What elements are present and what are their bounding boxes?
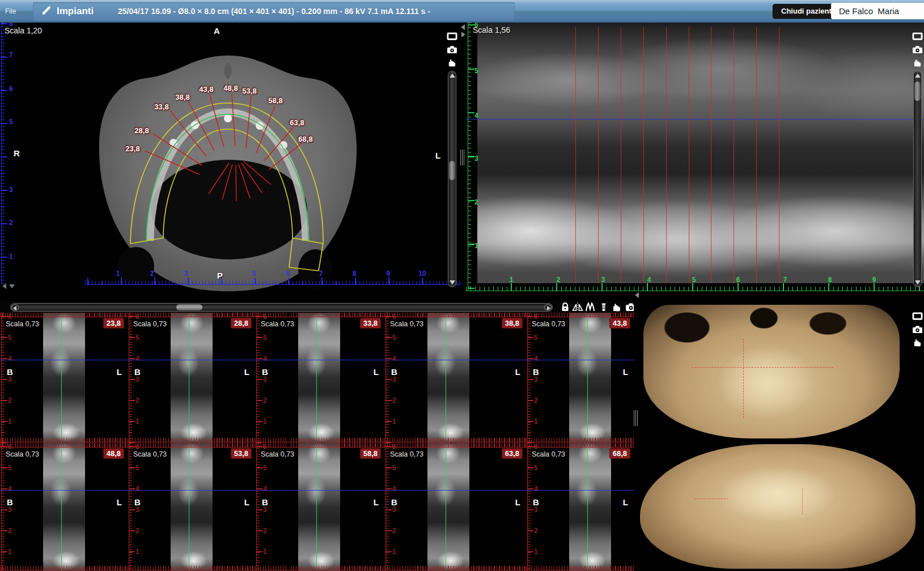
- ruler-number: 2: [263, 527, 267, 535]
- section-ct-image: [43, 313, 85, 443]
- pan-hand-icon[interactable]: [912, 338, 923, 347]
- mandible-3d-render[interactable]: [640, 444, 915, 569]
- ruler-number: 5: [135, 464, 139, 472]
- scrollbar-thumb[interactable]: [914, 82, 921, 101]
- ruler-number: 3: [184, 270, 188, 278]
- section-top-ruler: [255, 443, 384, 448]
- fullscreen-icon[interactable]: [912, 312, 923, 321]
- ruler-number: 3: [392, 376, 396, 383]
- axial-vertical-scrollbar[interactable]: [448, 71, 456, 287]
- scroll-down-icon[interactable]: [450, 280, 455, 284]
- section-vertical-ruler: 654321: [527, 313, 542, 443]
- ruler-number: 4: [8, 485, 12, 493]
- panoramic-section-line[interactable]: [689, 27, 689, 283]
- pan-hand-icon[interactable]: [912, 58, 923, 67]
- volume-3d-view[interactable]: [638, 301, 924, 571]
- sections-horizontal-scrollbar[interactable]: [10, 303, 553, 312]
- snapshot-icon[interactable]: [912, 325, 923, 334]
- panoramic-section-line[interactable]: [598, 27, 599, 283]
- ruler-number: 5: [474, 67, 478, 75]
- scroll-right-button[interactable]: [544, 304, 552, 310]
- section-bottom-ruler: [526, 438, 634, 442]
- section-scale-label: Scala 0,73: [532, 450, 565, 458]
- pan-hand-icon[interactable]: [447, 58, 457, 67]
- panoramic-section-line[interactable]: [621, 27, 621, 283]
- section-ct-image: [569, 443, 611, 571]
- splitter-collapse-left-icon[interactable]: [461, 24, 465, 30]
- ruler-number: 2: [392, 527, 396, 535]
- section-cell[interactable]: 654321Scala 0,7343,8BL: [526, 313, 634, 443]
- splitter-collapse-left-icon[interactable]: [635, 292, 639, 298]
- mirror-icon[interactable]: [572, 302, 583, 312]
- page-title: Impianti: [57, 6, 94, 17]
- section-cell[interactable]: 654321Scala 0,7358,8BL: [255, 443, 384, 571]
- panoramic-crosshair-line[interactable]: [466, 119, 924, 120]
- scroll-down-icon[interactable]: [915, 280, 921, 284]
- section-bottom-ruler: [255, 566, 384, 570]
- fullscreen-icon[interactable]: [912, 32, 923, 41]
- section-position-badge: 53,8: [231, 448, 252, 459]
- section-cell[interactable]: 654321Scala 0,7353,8BL: [128, 443, 255, 571]
- ruler-number: 5: [8, 334, 12, 342]
- pan-hand-icon[interactable]: [611, 302, 622, 312]
- orientation-buccal: B: [533, 497, 539, 507]
- file-menu[interactable]: File: [5, 7, 16, 15]
- section-cell[interactable]: 654321Scala 0,7338,8BL: [384, 313, 526, 443]
- snapshot-icon[interactable]: [447, 45, 457, 54]
- panoramic-vertical-scrollbar[interactable]: [913, 71, 922, 287]
- scrollbar-thumb[interactable]: [449, 161, 455, 180]
- panoramic-section-line[interactable]: [734, 27, 734, 283]
- section-position-badge: 33,8: [360, 318, 381, 329]
- section-cell[interactable]: 654321Scala 0,7323,8BL: [0, 313, 128, 443]
- panoramic-section-line[interactable]: [575, 27, 576, 283]
- axial-view[interactable]: 23,828,833,838,843,848,853,858,863,868,8…: [0, 23, 460, 301]
- section-vertical-ruler: 654321: [129, 313, 143, 443]
- fullscreen-icon[interactable]: [447, 32, 457, 41]
- ruler-number: 4: [263, 355, 267, 363]
- splitter-expand-right-icon[interactable]: [461, 32, 465, 37]
- panoramic-section-line[interactable]: [643, 27, 644, 283]
- orientation-lingual: L: [117, 367, 122, 377]
- nerve-tool-icon[interactable]: [584, 302, 596, 312]
- section-ct-image: [171, 313, 213, 443]
- panoramic-horizontal-ruler: 123456789: [466, 283, 924, 291]
- scroll-up-icon[interactable]: [915, 74, 921, 78]
- collapse-left-icon[interactable]: [2, 283, 6, 289]
- scroll-left-button[interactable]: [11, 304, 19, 310]
- maxilla-3d-render[interactable]: [643, 305, 900, 438]
- panoramic-view[interactable]: 654321 123456789 Scala 1,56: [466, 23, 924, 301]
- axial-scale-label: Scala 1,20: [5, 26, 42, 35]
- splitter-axial-pano[interactable]: [460, 23, 466, 301]
- ruler-number: 4: [534, 355, 538, 363]
- ruler-number: 3: [135, 376, 139, 383]
- panoramic-section-line[interactable]: [666, 27, 667, 283]
- scrollbar-thumb[interactable]: [176, 304, 202, 310]
- collapse-down-icon[interactable]: [9, 284, 15, 288]
- section-cell[interactable]: 654321Scala 0,7368,8BL: [526, 443, 634, 571]
- section-cell[interactable]: 654321Scala 0,7333,8BL: [255, 313, 384, 443]
- orientation-buccal: B: [134, 497, 141, 507]
- section-cell[interactable]: 654321Scala 0,7328,8BL: [128, 313, 255, 443]
- panoramic-section-line[interactable]: [711, 27, 711, 283]
- ruler-number: 5: [8, 464, 12, 472]
- splitter-grid-3d[interactable]: [634, 301, 638, 571]
- plan-line-annotation: [692, 367, 833, 368]
- section-cell[interactable]: 654321Scala 0,7363,8BL: [384, 443, 526, 571]
- ruler-number: 4: [8, 355, 12, 363]
- axial-ct-image[interactable]: [0, 23, 460, 301]
- lock-icon[interactable]: [560, 302, 571, 312]
- patient-name[interactable]: De Falco Maria: [831, 3, 924, 19]
- splitter-grip[interactable]: [460, 150, 465, 165]
- ruler-number: 3: [263, 506, 267, 514]
- section-position-badge: 43,8: [609, 318, 630, 329]
- panoramic-section-line[interactable]: [779, 27, 779, 283]
- ruler-number: 8: [353, 270, 357, 278]
- implant-icon[interactable]: [598, 302, 609, 312]
- ruler-number: 6: [9, 85, 13, 93]
- ruler-number: 1: [116, 270, 120, 278]
- section-cell[interactable]: 654321Scala 0,7348,8BL: [0, 443, 128, 571]
- scroll-up-icon[interactable]: [450, 74, 455, 78]
- snapshot-icon[interactable]: [912, 45, 923, 54]
- pencil-icon[interactable]: [41, 5, 52, 16]
- panoramic-section-line[interactable]: [756, 27, 757, 283]
